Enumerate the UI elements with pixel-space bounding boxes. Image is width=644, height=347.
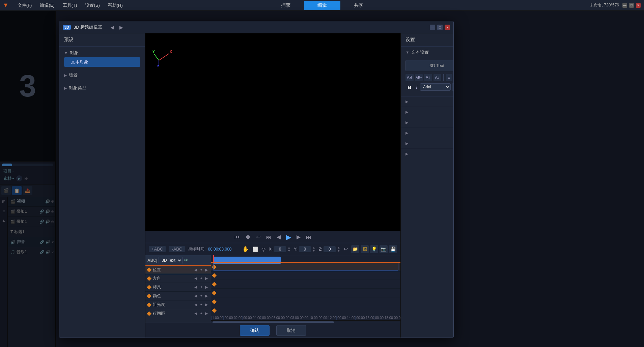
bold-btn[interactable]: B bbox=[405, 84, 413, 91]
tl-kf-track-color bbox=[211, 289, 400, 297]
tl-save-btn[interactable]: 💾 bbox=[389, 245, 397, 253]
svg-text:X: X bbox=[170, 50, 172, 54]
fmt-btn-a-down[interactable]: A↓ bbox=[433, 74, 441, 81]
kf-next-linespacing[interactable]: ▶ bbox=[204, 311, 209, 316]
italic-btn[interactable]: I bbox=[415, 84, 419, 90]
kf-row-color: 颜色 ◀ ✦ ▶ bbox=[145, 292, 211, 300]
camera-arrow: ▶ bbox=[405, 152, 408, 156]
light-arrow: ▶ bbox=[405, 141, 408, 146]
menu-settings[interactable]: 设置(S) bbox=[82, 1, 103, 10]
kf-add-opacity[interactable]: ✦ bbox=[199, 302, 203, 307]
tl-kf-track-orientation bbox=[211, 271, 400, 280]
vp-btn-prev-frame[interactable]: ⏮ bbox=[266, 234, 271, 240]
kf-prev-orientation[interactable]: ◀ bbox=[193, 276, 198, 281]
kf-prev-color[interactable]: ◀ bbox=[193, 294, 198, 298]
eye-icon[interactable]: 👁 bbox=[184, 258, 189, 263]
close-btn[interactable]: × bbox=[636, 3, 641, 8]
kf-add-orientation[interactable]: ✦ bbox=[199, 276, 203, 281]
preset-text-object[interactable]: 文本对象 bbox=[64, 57, 140, 67]
vp-btn-loop[interactable]: ↩ bbox=[256, 234, 260, 240]
select-tool-icon[interactable]: ⬜ bbox=[252, 247, 258, 252]
color-arrow: ▶ bbox=[405, 99, 408, 104]
fmt-btn-a-up[interactable]: A↑ bbox=[424, 74, 432, 81]
objtype-group-arrow: ▶ bbox=[64, 86, 67, 90]
settings-camera[interactable]: ▶ 相机 bbox=[401, 149, 453, 159]
x-arrows[interactable]: ▲▼ bbox=[287, 246, 290, 253]
dialog-close[interactable]: × bbox=[445, 25, 450, 30]
tl-cam-btn[interactable]: 📷 bbox=[380, 245, 388, 253]
kf-next-position[interactable]: ▶ bbox=[204, 267, 209, 272]
viewport-canvas[interactable]: X Y Z bbox=[145, 33, 400, 231]
minimize-btn[interactable]: — bbox=[622, 3, 627, 8]
timeline-area: ABC| 3D Text 👁 位置 bbox=[145, 255, 400, 323]
kf-next-orientation[interactable]: ▶ bbox=[204, 276, 209, 281]
fmt-btn-ab1[interactable]: AB bbox=[405, 74, 413, 81]
font-family-select[interactable]: Arial bbox=[420, 83, 451, 91]
vp-btn-end[interactable]: ⏭ bbox=[306, 234, 311, 240]
tl-scroll-thumb[interactable] bbox=[213, 321, 334, 323]
kf-next-opacity[interactable]: ▶ bbox=[204, 302, 209, 307]
menu-edit[interactable]: 编辑(E) bbox=[36, 1, 58, 10]
dialog-maximize[interactable]: □ bbox=[437, 25, 443, 30]
kf-next-scale[interactable]: ▶ bbox=[204, 285, 209, 290]
track-type-select[interactable]: 3D Text bbox=[159, 257, 183, 264]
nav-tab-capture[interactable]: 捕获 bbox=[268, 1, 304, 10]
nav-forward-btn[interactable]: ▶ bbox=[117, 24, 125, 31]
kf-add-linespacing[interactable]: ✦ bbox=[199, 311, 203, 316]
kf-label-linespacing: 行间距 bbox=[153, 311, 165, 316]
remove-title-btn[interactable]: -ABC bbox=[169, 246, 185, 252]
menu-tools[interactable]: 工具(T) bbox=[59, 1, 81, 10]
text-settings-title[interactable]: ▼ 文本设置 bbox=[401, 47, 453, 58]
tl-rows bbox=[211, 262, 400, 315]
preset-group-scene-title[interactable]: ▶ 场景 bbox=[64, 71, 140, 80]
menu-file[interactable]: 文件(F) bbox=[14, 1, 35, 10]
kf-add-color[interactable]: ✦ bbox=[199, 294, 203, 298]
kf-next-color[interactable]: ▶ bbox=[204, 294, 209, 298]
tl-light-btn[interactable]: 💡 bbox=[370, 245, 378, 253]
vp-btn-prev[interactable]: ◀ bbox=[277, 234, 281, 240]
settings-ambient[interactable]: ▶ 阳光度 bbox=[401, 128, 453, 138]
confirm-btn[interactable]: 确认 bbox=[240, 325, 270, 336]
right-settings-panel: 设置 ▼ 文本设置 3D Text AB AB+ bbox=[400, 33, 453, 338]
ruler-mark-7: 00:00:14.00 bbox=[336, 316, 355, 320]
fmt-btn-ab2[interactable]: AB+ bbox=[415, 74, 423, 81]
kf-prev-scale[interactable]: ◀ bbox=[193, 285, 198, 290]
menu-help[interactable]: 帮助(H) bbox=[105, 1, 126, 10]
kf-prev-opacity[interactable]: ◀ bbox=[193, 302, 198, 307]
rotate-tool-icon[interactable]: ◎ bbox=[261, 247, 265, 252]
cancel-btn[interactable]: 取消 bbox=[276, 325, 306, 336]
add-title-btn[interactable]: +ABC bbox=[149, 246, 166, 252]
vp-btn-play[interactable]: ▶ bbox=[286, 233, 291, 241]
3d-title-editor-dialog: 3D 3D 标题编辑器 ◀ ▶ — □ × 预设 bbox=[59, 21, 454, 338]
nav-back-btn[interactable]: ◀ bbox=[108, 24, 116, 31]
font-size-select[interactable]: 36 bbox=[452, 83, 453, 91]
settings-bevel[interactable]: ▶ 斜角 bbox=[401, 117, 453, 128]
dialog-titlebar: 3D 3D 标题编辑器 ◀ ▶ — □ × bbox=[59, 21, 453, 33]
kf-add-position[interactable]: ✦ bbox=[199, 267, 203, 272]
move-tool-icon[interactable]: ✋ bbox=[242, 246, 249, 252]
y-arrows[interactable]: ▲▼ bbox=[312, 246, 315, 253]
align-left[interactable]: ≡ bbox=[446, 74, 452, 81]
preset-group-objtype-title[interactable]: ▶ 对象类型 bbox=[64, 84, 140, 92]
vp-btn-start[interactable]: ⏮ bbox=[234, 234, 240, 240]
settings-light[interactable]: ▶ 灯光 bbox=[401, 138, 453, 149]
dialog-nav-btns: ◀ ▶ bbox=[108, 24, 125, 31]
nav-tab-share[interactable]: 共享 bbox=[340, 1, 377, 10]
settings-texture[interactable]: ▶ 纹理 bbox=[401, 107, 453, 117]
tl-img-btn[interactable]: 🖼 bbox=[361, 245, 369, 253]
undo-btn[interactable]: ↩ bbox=[343, 246, 348, 252]
vp-btn-next[interactable]: ▶ bbox=[297, 234, 301, 240]
text-preview[interactable]: 3D Text bbox=[405, 60, 453, 71]
settings-color[interactable]: ▶ 颜色 bbox=[401, 96, 453, 107]
z-arrows[interactable]: ▲▼ bbox=[337, 246, 340, 253]
maximize-btn[interactable]: □ bbox=[629, 3, 634, 8]
kf-prev-linespacing[interactable]: ◀ bbox=[193, 311, 198, 316]
kf-add-scale[interactable]: ✦ bbox=[199, 285, 203, 290]
tl-folder-btn[interactable]: 📁 bbox=[351, 245, 359, 253]
nav-tab-edit[interactable]: 编辑 bbox=[304, 1, 340, 10]
kf-prev-position[interactable]: ◀ bbox=[193, 267, 198, 272]
tl-scrollbar[interactable] bbox=[211, 320, 400, 323]
preset-group-object-title[interactable]: ▼ 对象 bbox=[64, 49, 140, 57]
dialog-minimize[interactable]: — bbox=[430, 25, 435, 30]
vp-btn-record[interactable]: ⏺ bbox=[245, 234, 251, 240]
